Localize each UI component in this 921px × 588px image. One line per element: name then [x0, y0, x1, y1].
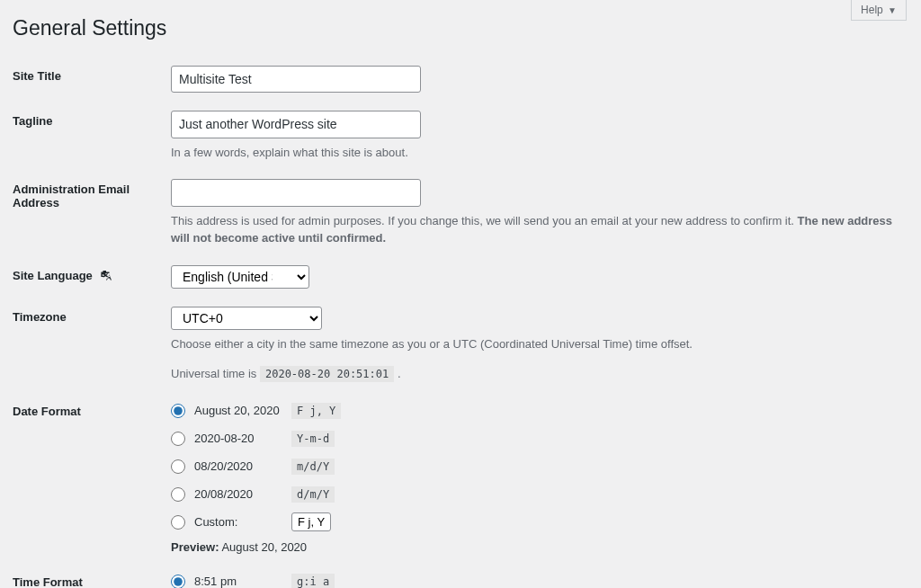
- timezone-select[interactable]: UTC+0: [171, 307, 322, 330]
- site-title-input[interactable]: [171, 66, 421, 93]
- site-language-select[interactable]: English (United States): [171, 265, 309, 289]
- tagline-hint: In a few words, explain what this site i…: [171, 144, 898, 162]
- date-format-custom[interactable]: Custom:: [171, 512, 898, 532]
- date-format-radio[interactable]: [171, 487, 185, 502]
- date-format-radio[interactable]: [171, 404, 185, 418]
- universal-time: Universal time is 2020-08-20 20:51:01 .: [171, 365, 898, 383]
- timezone-hint: Choose either a city in the same timezon…: [171, 335, 898, 353]
- admin-email-label: Administration Email Address: [13, 170, 171, 255]
- time-format-radio[interactable]: [171, 575, 185, 588]
- date-format-option[interactable]: August 20, 2020 F j, Y: [171, 401, 898, 421]
- help-tab[interactable]: Help ▼: [851, 0, 907, 21]
- chevron-down-icon: ▼: [888, 5, 897, 15]
- date-format-option[interactable]: 08/20/2020 m/d/Y: [171, 457, 898, 477]
- admin-email-hint: This address is used for admin purposes.…: [171, 212, 898, 247]
- time-format-label: Time Format: [13, 563, 171, 588]
- date-format-label: Date Format: [13, 392, 171, 563]
- date-format-preview: Preview: August 20, 2020: [171, 540, 898, 554]
- date-format-option[interactable]: 2020-08-20 Y-m-d: [171, 429, 898, 449]
- site-language-label: Site Language: [13, 256, 171, 298]
- site-title-label: Site Title: [13, 57, 171, 102]
- timezone-label: Timezone: [13, 298, 171, 392]
- date-format-radio[interactable]: [171, 515, 185, 530]
- date-format-custom-input[interactable]: [291, 512, 331, 531]
- tagline-input[interactable]: [171, 111, 421, 138]
- date-format-radio[interactable]: [171, 432, 185, 446]
- translate-icon: [99, 269, 113, 284]
- tagline-label: Tagline: [13, 102, 171, 170]
- admin-email-input[interactable]: [171, 179, 421, 206]
- date-format-option[interactable]: 20/08/2020 d/m/Y: [171, 485, 898, 504]
- help-label: Help: [861, 4, 883, 16]
- date-format-radio[interactable]: [171, 459, 185, 474]
- page-title: General Settings: [13, 16, 907, 40]
- time-format-option[interactable]: 8:51 pm g:i a: [171, 572, 898, 588]
